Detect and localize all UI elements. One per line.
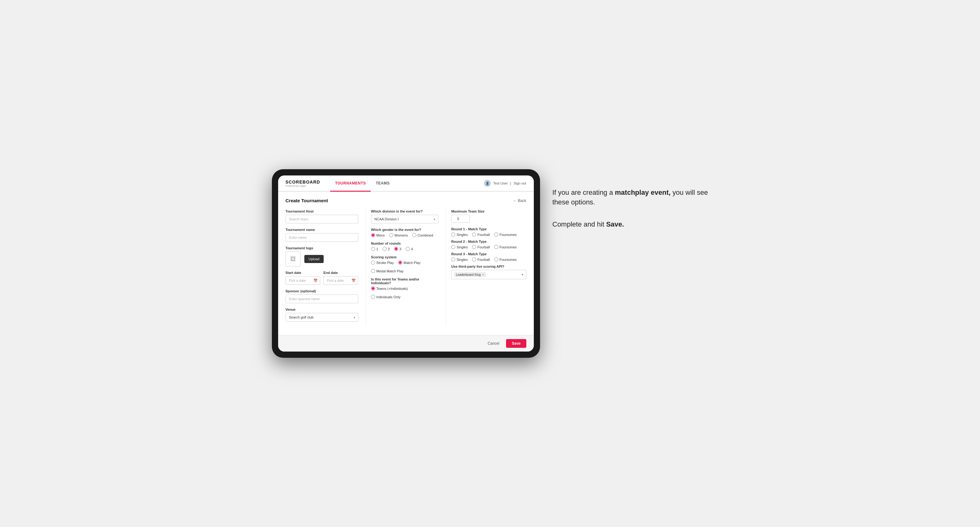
- logo-sub: Powered by clippit: [286, 184, 320, 187]
- navbar: SCOREBOARD Powered by clippit TOURNAMENT…: [278, 175, 534, 192]
- round-2-radio[interactable]: [383, 247, 387, 251]
- scoring-stroke-radio[interactable]: [371, 260, 375, 265]
- right-column: Maximum Team Size Round 1 - Match Type S…: [446, 210, 526, 326]
- round-4[interactable]: 4: [406, 247, 413, 251]
- gender-combined-radio[interactable]: [412, 233, 416, 237]
- round-1-radio[interactable]: [371, 247, 375, 251]
- round2-label: Round 2 - Match Type: [451, 240, 526, 243]
- calendar-icon-end: 📅: [352, 279, 356, 283]
- calendar-icon: 📅: [313, 279, 318, 283]
- round3-singles[interactable]: Singles: [451, 257, 468, 262]
- user-name: Test User: [493, 181, 508, 185]
- end-date-label: End date: [323, 271, 358, 275]
- scoring-group: Scoring system Stroke Play Match Play: [371, 255, 438, 273]
- upload-button[interactable]: Upload: [304, 255, 324, 263]
- round3-foursomes-radio[interactable]: [494, 257, 498, 262]
- gender-mens-radio[interactable]: [371, 233, 375, 237]
- logo-upload-area: 🖼 Upload: [286, 251, 358, 267]
- gender-womens[interactable]: Womens: [389, 233, 408, 237]
- left-column: Tournament Host Tournament name Tourname…: [286, 210, 366, 326]
- dropdown-chevron-icon: ▾: [522, 273, 523, 277]
- round1-fourball[interactable]: Fourball: [472, 232, 490, 237]
- avatar: 👤: [484, 180, 491, 187]
- round2-foursomes-radio[interactable]: [494, 245, 498, 249]
- start-date-wrapper: 📅: [286, 276, 321, 285]
- round3-fourball[interactable]: Fourball: [472, 257, 490, 262]
- form-footer: Cancel Save: [278, 335, 534, 352]
- venue-select[interactable]: Search golf club: [286, 313, 358, 322]
- save-button[interactable]: Save: [506, 339, 526, 348]
- individuals-only-radio[interactable]: [371, 295, 375, 299]
- round-4-radio[interactable]: [406, 247, 410, 251]
- round1-foursomes-radio[interactable]: [494, 232, 498, 237]
- tournament-name-group: Tournament name: [286, 228, 358, 242]
- gender-womens-radio[interactable]: [389, 233, 393, 237]
- scoring-stroke[interactable]: Stroke Play: [371, 260, 394, 265]
- annotation-matchplay: If you are creating a matchplay event, y…: [552, 188, 708, 207]
- round2-foursomes[interactable]: Foursomes: [494, 245, 517, 249]
- cancel-button[interactable]: Cancel: [484, 339, 503, 348]
- tablet-device: SCOREBOARD Powered by clippit TOURNAMENT…: [272, 169, 540, 358]
- round2-match-type: Round 2 - Match Type Singles Fourball: [451, 240, 526, 249]
- round2-singles-radio[interactable]: [451, 245, 455, 249]
- round3-foursomes[interactable]: Foursomes: [494, 257, 517, 262]
- tab-teams[interactable]: TEAMS: [371, 175, 395, 192]
- tab-tournaments[interactable]: TOURNAMENTS: [330, 175, 371, 192]
- round3-radio-group: Singles Fourball Foursomes: [451, 257, 526, 262]
- scoring-medal-radio[interactable]: [371, 269, 375, 273]
- max-team-size-group: Maximum Team Size: [451, 210, 526, 223]
- annotation-bottom-text: Complete and hit: [552, 220, 606, 228]
- round3-fourball-radio[interactable]: [472, 257, 476, 262]
- round-2[interactable]: 2: [383, 247, 390, 251]
- gender-mens-label: Mens: [376, 233, 385, 237]
- round1-match-type: Round 1 - Match Type Singles Fourball: [451, 227, 526, 237]
- round2-fourball[interactable]: Fourball: [472, 245, 490, 249]
- sign-out-link[interactable]: Sign out: [514, 181, 526, 185]
- tournament-logo-group: Tournament logo 🖼 Upload: [286, 246, 358, 267]
- teams-plus[interactable]: Teams (+Individuals): [371, 286, 408, 290]
- api-tag-input[interactable]: Leaderboard King × ▾: [451, 270, 526, 279]
- scoring-label: Scoring system: [371, 255, 438, 259]
- teams-plus-radio[interactable]: [371, 286, 375, 290]
- gender-mens[interactable]: Mens: [371, 233, 385, 237]
- annotation-top-text: If you are creating a: [552, 189, 615, 196]
- nav-logo: SCOREBOARD Powered by clippit: [286, 179, 320, 187]
- end-date-wrapper: 📅: [323, 276, 358, 285]
- division-group: Which division is the event for? NCAA Di…: [371, 210, 438, 224]
- tournament-name-input[interactable]: [286, 233, 358, 242]
- sponsor-input[interactable]: [286, 295, 358, 303]
- round1-fourball-radio[interactable]: [472, 232, 476, 237]
- end-date-group: End date 📅: [323, 271, 358, 285]
- division-select[interactable]: NCAA Division I NCAA Division II NCAA Di…: [371, 215, 438, 224]
- round1-singles-radio[interactable]: [451, 232, 455, 237]
- round1-singles[interactable]: Singles: [451, 232, 468, 237]
- main-content: Create Tournament ← Back Tournament Host…: [278, 192, 534, 335]
- round-1[interactable]: 1: [371, 247, 378, 251]
- round1-foursomes[interactable]: Foursomes: [494, 232, 517, 237]
- tournament-host-input[interactable]: [286, 215, 358, 224]
- round2-fourball-radio[interactable]: [472, 245, 476, 249]
- max-team-size-input[interactable]: [451, 215, 470, 223]
- individuals-only[interactable]: Individuals Only: [371, 295, 401, 299]
- nav-right: 👤 Test User | Sign out: [484, 180, 526, 187]
- scoring-match-radio[interactable]: [398, 260, 402, 265]
- round2-singles[interactable]: Singles: [451, 245, 468, 249]
- round-3[interactable]: 3: [394, 247, 401, 251]
- date-row: Start date 📅 End date: [286, 271, 358, 285]
- gender-radio-group: Mens Womens Combined: [371, 233, 438, 237]
- venue-select-wrapper: Search golf club: [286, 313, 358, 322]
- scoring-match[interactable]: Match Play: [398, 260, 420, 265]
- scoring-medal[interactable]: Medal Match Play: [371, 269, 404, 273]
- back-link[interactable]: ← Back: [513, 198, 526, 203]
- venue-label: Venue: [286, 308, 358, 311]
- page-title: Create Tournament: [286, 198, 328, 203]
- round3-label: Round 3 - Match Type: [451, 252, 526, 256]
- gender-group: Which gender is the event for? Mens Wome…: [371, 228, 438, 237]
- mid-column: Which division is the event for? NCAA Di…: [366, 210, 446, 326]
- api-tag-remove[interactable]: ×: [482, 273, 484, 276]
- venue-group: Venue Search golf club: [286, 308, 358, 322]
- round-3-radio[interactable]: [394, 247, 398, 251]
- round3-singles-radio[interactable]: [451, 257, 455, 262]
- gender-combined[interactable]: Combined: [412, 233, 433, 237]
- tournament-name-label: Tournament name: [286, 228, 358, 232]
